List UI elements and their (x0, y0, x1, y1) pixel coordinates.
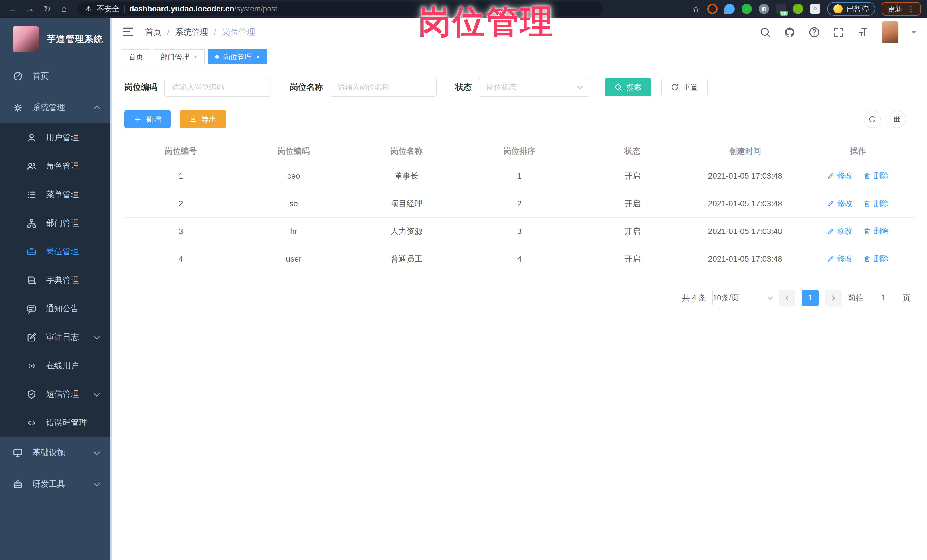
cell-post-name: 项目经理 (350, 190, 463, 217)
column-settings-button[interactable] (889, 111, 906, 128)
delete-link[interactable]: 删除 (863, 253, 889, 264)
breadcrumb: 首页 / 系统管理 / 岗位管理 (145, 27, 255, 38)
search-icon[interactable] (759, 26, 771, 38)
extension-icon[interactable] (725, 4, 735, 14)
sidebar-item-posts[interactable]: 岗位管理 (0, 237, 112, 266)
delete-link[interactable]: 删除 (863, 171, 889, 181)
reset-button[interactable]: 重置 (661, 78, 708, 96)
sidebar-item-users[interactable]: 用户管理 (0, 123, 112, 152)
sidebar-item-departments[interactable]: 部门管理 (0, 209, 112, 237)
post-code-input[interactable] (164, 77, 271, 97)
chevron-down-icon[interactable] (911, 30, 917, 34)
tab-departments[interactable]: 部门管理 × (153, 49, 205, 64)
delete-link[interactable]: 删除 (863, 198, 889, 208)
sidebar-item-menus[interactable]: 菜单管理 (0, 180, 112, 209)
edit-link-label: 修改 (837, 226, 853, 236)
sidebar-item-infrastructure[interactable]: 基础设施 (0, 437, 112, 469)
sidebar-item-sms[interactable]: 短信管理 (0, 380, 112, 408)
tab-posts[interactable]: 岗位管理 × (208, 49, 267, 64)
hamburger-icon[interactable] (122, 26, 134, 39)
prev-page-button[interactable] (779, 290, 795, 307)
help-icon[interactable] (808, 26, 820, 38)
sidebar-item-online-users[interactable]: 在线用户 (0, 352, 112, 380)
sidebar-item-label: 在线用户 (46, 360, 79, 372)
edit-link[interactable]: 修改 (827, 253, 853, 264)
fullscreen-icon[interactable] (833, 26, 845, 38)
posts-table: 岗位编号 岗位编码 岗位名称 岗位排序 状态 创建时间 操作 1 ceo 董事长 (125, 140, 915, 273)
add-button[interactable]: 新增 (125, 110, 171, 128)
address-bar[interactable]: ⚠ 不安全 dashboard.yudao.iocoder.cn/system/… (78, 2, 603, 16)
navbar-actions (759, 21, 917, 43)
sidebar-item-dictionary[interactable]: 字典管理 (0, 266, 112, 294)
cell-post-name: 普通员工 (350, 245, 463, 273)
table-toolbar: 新增 导出 (125, 110, 915, 128)
extension-icon[interactable]: ✓ (742, 4, 752, 14)
next-page-button[interactable] (825, 290, 842, 307)
delete-link-label: 删除 (873, 198, 889, 208)
chevron-left-icon (785, 295, 790, 300)
plus-icon (134, 115, 142, 123)
cell-post-sort: 2 (463, 190, 576, 217)
col-actions: 操作 (801, 140, 915, 162)
delete-link[interactable]: 删除 (863, 226, 889, 236)
sidebar-item-label: 短信管理 (46, 389, 79, 400)
sidebar-item-roles[interactable]: 角色管理 (0, 152, 112, 180)
home-icon[interactable]: ⌂ (58, 2, 71, 15)
table-header-row: 岗位编号 岗位编码 岗位名称 岗位排序 状态 创建时间 操作 (125, 140, 915, 162)
cell-status: 开启 (576, 245, 689, 273)
sidebar-item-system[interactable]: 系统管理 (0, 92, 112, 123)
sidebar-item-label: 错误码管理 (46, 417, 87, 428)
forward-icon[interactable]: → (23, 2, 36, 15)
status-select[interactable]: 岗位状态 (479, 77, 590, 97)
edit-link[interactable]: 修改 (827, 171, 853, 181)
back-icon[interactable]: ← (6, 2, 20, 15)
total-count: 共 4 条 (682, 293, 706, 303)
col-post-name: 岗位名称 (350, 140, 463, 162)
sidebar-item-dev-tools[interactable]: 研发工具 (0, 469, 112, 500)
cell-post-name: 董事长 (350, 162, 463, 190)
edit-link[interactable]: 修改 (827, 198, 853, 208)
gear-icon (12, 102, 23, 113)
user-avatar[interactable] (882, 21, 898, 43)
post-name-input[interactable] (330, 77, 436, 97)
extension-icon[interactable] (707, 4, 717, 14)
goto-page-input[interactable] (870, 290, 897, 307)
breadcrumb-home[interactable]: 首页 (145, 27, 161, 38)
sidebar-item-home[interactable]: 首页 (0, 61, 112, 92)
breadcrumb-system[interactable]: 系统管理 (175, 27, 208, 38)
update-browser-button[interactable]: 更新 ⋮ (882, 2, 921, 16)
extension-icon[interactable]: ◧ (759, 4, 769, 14)
extension-icon[interactable]: GR (776, 4, 786, 14)
page-size-select[interactable]: 10条/页 (713, 290, 772, 307)
sidebar-logo[interactable]: 芋道管理系统 (0, 18, 112, 61)
sidebar: 芋道管理系统 首页 系统管理 用户管理 角色管理 菜单管理 (0, 18, 112, 560)
refresh-table-button[interactable] (864, 111, 881, 128)
github-icon[interactable] (784, 26, 796, 38)
table-row: 2 se 项目经理 2 开启 2021-01-05 17:03:48 修改 删除 (125, 190, 915, 217)
search-button[interactable]: 搜索 (605, 78, 651, 96)
export-button[interactable]: 导出 (180, 110, 226, 128)
sidebar-scrollbar[interactable] (110, 18, 112, 560)
extensions-puzzle-icon[interactable]: ⚙ (810, 4, 820, 14)
profile-paused-badge[interactable]: 已暂停 (827, 2, 875, 16)
delete-link-label: 删除 (873, 226, 889, 236)
app-title: 芋道管理系统 (47, 33, 103, 45)
font-size-icon[interactable] (857, 26, 869, 38)
sidebar-item-error-codes[interactable]: 错误码管理 (0, 408, 112, 437)
current-page-button[interactable]: 1 (802, 290, 819, 307)
delete-link-label: 删除 (873, 171, 889, 181)
filter-post-code: 岗位编码 (125, 77, 271, 97)
trash-icon (863, 255, 871, 263)
close-icon[interactable]: × (193, 54, 198, 61)
bookmark-star-icon[interactable]: ☆ (692, 3, 701, 15)
tab-home[interactable]: 首页 (122, 49, 150, 64)
sidebar-item-audit-log[interactable]: 审计日志 (0, 323, 112, 352)
shield-check-icon (26, 389, 37, 400)
extension-icon[interactable] (793, 4, 803, 14)
edit-link[interactable]: 修改 (827, 226, 853, 236)
chevron-down-icon (93, 448, 100, 455)
close-icon[interactable]: × (256, 54, 260, 61)
columns-grid-icon (894, 115, 901, 123)
sidebar-item-notices[interactable]: 通知公告 (0, 294, 112, 323)
reload-icon[interactable]: ↻ (41, 2, 54, 15)
